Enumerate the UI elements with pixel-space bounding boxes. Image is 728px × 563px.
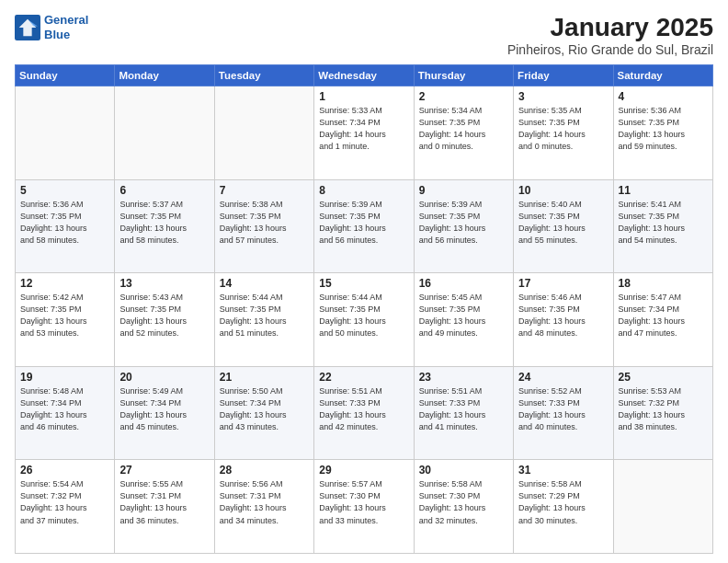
subtitle: Pinheiros, Rio Grande do Sul, Brazil: [507, 42, 713, 57]
calendar-cell: 5Sunrise: 5:36 AMSunset: 7:35 PMDaylight…: [16, 179, 115, 273]
calendar-cell: 17Sunrise: 5:46 AMSunset: 7:35 PMDayligh…: [514, 273, 613, 367]
calendar-cell: 10Sunrise: 5:40 AMSunset: 7:35 PMDayligh…: [514, 179, 613, 273]
cell-day-number: 17: [518, 277, 608, 290]
calendar-cell: 20Sunrise: 5:49 AMSunset: 7:34 PMDayligh…: [115, 366, 214, 460]
calendar-header-row: SundayMondayTuesdayWednesdayThursdayFrid…: [16, 65, 713, 86]
cell-info: Sunrise: 5:44 AMSunset: 7:35 PMDaylight:…: [319, 292, 408, 339]
cell-info: Sunrise: 5:39 AMSunset: 7:35 PMDaylight:…: [319, 199, 408, 247]
cell-info: Sunrise: 5:41 AMSunset: 7:35 PMDaylight:…: [619, 199, 708, 247]
cell-info: Sunrise: 5:38 AMSunset: 7:35 PMDaylight:…: [220, 199, 309, 247]
calendar-cell: [613, 460, 712, 554]
cell-info: Sunrise: 5:58 AMSunset: 7:30 PMDaylight:…: [419, 478, 508, 526]
title-block: January 2025 Pinheiros, Rio Grande do Su…: [507, 13, 713, 57]
cell-info: Sunrise: 5:52 AMSunset: 7:33 PMDaylight:…: [518, 385, 608, 433]
cell-info: Sunrise: 5:50 AMSunset: 7:34 PMDaylight:…: [220, 385, 309, 433]
cell-info: Sunrise: 5:56 AMSunset: 7:31 PMDaylight:…: [220, 478, 309, 526]
calendar-cell: 11Sunrise: 5:41 AMSunset: 7:35 PMDayligh…: [613, 179, 712, 273]
calendar-cell: 2Sunrise: 5:34 AMSunset: 7:35 PMDaylight…: [414, 86, 513, 180]
calendar-cell: 18Sunrise: 5:47 AMSunset: 7:34 PMDayligh…: [613, 273, 712, 367]
calendar-week-3: 19Sunrise: 5:48 AMSunset: 7:34 PMDayligh…: [16, 366, 713, 460]
calendar-week-4: 26Sunrise: 5:54 AMSunset: 7:32 PMDayligh…: [16, 460, 713, 554]
cell-info: Sunrise: 5:55 AMSunset: 7:31 PMDaylight:…: [119, 478, 209, 526]
cell-day-number: 31: [518, 464, 608, 477]
calendar-cell: 29Sunrise: 5:57 AMSunset: 7:30 PMDayligh…: [314, 460, 414, 554]
calendar-cell: 30Sunrise: 5:58 AMSunset: 7:30 PMDayligh…: [414, 460, 513, 554]
cell-day-number: 6: [119, 184, 209, 197]
header: General Blue January 2025 Pinheiros, Rio…: [15, 13, 713, 57]
cell-info: Sunrise: 5:44 AMSunset: 7:35 PMDaylight:…: [220, 292, 309, 339]
cell-day-number: 22: [319, 371, 408, 384]
calendar-week-1: 5Sunrise: 5:36 AMSunset: 7:35 PMDaylight…: [16, 179, 713, 273]
cell-day-number: 12: [20, 277, 109, 290]
calendar-cell: [16, 86, 115, 180]
cell-info: Sunrise: 5:51 AMSunset: 7:33 PMDaylight:…: [419, 385, 508, 433]
calendar-header-saturday: Saturday: [613, 65, 712, 86]
calendar-header-monday: Monday: [115, 65, 214, 86]
logo: General Blue: [15, 13, 88, 41]
calendar-header-thursday: Thursday: [414, 65, 513, 86]
cell-day-number: 19: [20, 371, 109, 384]
cell-day-number: 25: [619, 371, 708, 384]
cell-day-number: 28: [220, 464, 309, 477]
cell-info: Sunrise: 5:40 AMSunset: 7:35 PMDaylight:…: [518, 199, 608, 247]
cell-day-number: 4: [619, 90, 708, 103]
calendar-cell: 28Sunrise: 5:56 AMSunset: 7:31 PMDayligh…: [214, 460, 313, 554]
cell-info: Sunrise: 5:45 AMSunset: 7:35 PMDaylight:…: [419, 292, 508, 339]
cell-day-number: 24: [518, 371, 608, 384]
cell-day-number: 27: [119, 464, 209, 477]
calendar-cell: 4Sunrise: 5:36 AMSunset: 7:35 PMDaylight…: [613, 86, 712, 180]
calendar-header-tuesday: Tuesday: [214, 65, 313, 86]
cell-info: Sunrise: 5:48 AMSunset: 7:34 PMDaylight:…: [20, 385, 109, 433]
cell-info: Sunrise: 5:49 AMSunset: 7:34 PMDaylight:…: [119, 385, 209, 433]
logo-icon: [15, 15, 40, 40]
cell-day-number: 13: [119, 277, 209, 290]
calendar-cell: 1Sunrise: 5:33 AMSunset: 7:34 PMDaylight…: [314, 86, 414, 180]
cell-info: Sunrise: 5:37 AMSunset: 7:35 PMDaylight:…: [119, 199, 209, 247]
cell-day-number: 5: [20, 184, 109, 197]
cell-day-number: 2: [419, 90, 508, 103]
cell-day-number: 11: [619, 184, 708, 197]
cell-info: Sunrise: 5:54 AMSunset: 7:32 PMDaylight:…: [20, 478, 109, 526]
calendar-cell: 14Sunrise: 5:44 AMSunset: 7:35 PMDayligh…: [214, 273, 313, 367]
cell-info: Sunrise: 5:58 AMSunset: 7:29 PMDaylight:…: [518, 478, 608, 526]
cell-day-number: 21: [220, 371, 309, 384]
calendar-header-wednesday: Wednesday: [314, 65, 414, 86]
calendar-week-2: 12Sunrise: 5:42 AMSunset: 7:35 PMDayligh…: [16, 273, 713, 367]
calendar-cell: 13Sunrise: 5:43 AMSunset: 7:35 PMDayligh…: [115, 273, 214, 367]
calendar-cell: 22Sunrise: 5:51 AMSunset: 7:33 PMDayligh…: [314, 366, 414, 460]
cell-day-number: 26: [20, 464, 109, 477]
cell-day-number: 10: [518, 184, 608, 197]
cell-day-number: 15: [319, 277, 408, 290]
cell-day-number: 20: [119, 371, 209, 384]
logo-line1: General: [44, 13, 88, 27]
cell-info: Sunrise: 5:47 AMSunset: 7:34 PMDaylight:…: [619, 292, 708, 339]
cell-info: Sunrise: 5:42 AMSunset: 7:35 PMDaylight:…: [20, 292, 109, 339]
calendar-cell: 21Sunrise: 5:50 AMSunset: 7:34 PMDayligh…: [214, 366, 313, 460]
calendar-header-friday: Friday: [514, 65, 613, 86]
calendar-cell: 16Sunrise: 5:45 AMSunset: 7:35 PMDayligh…: [414, 273, 513, 367]
calendar-cell: [115, 86, 214, 180]
cell-info: Sunrise: 5:53 AMSunset: 7:32 PMDaylight:…: [619, 385, 708, 433]
main-title: January 2025: [507, 13, 713, 42]
cell-info: Sunrise: 5:36 AMSunset: 7:35 PMDaylight:…: [20, 199, 109, 247]
page: General Blue January 2025 Pinheiros, Rio…: [0, 0, 728, 563]
cell-info: Sunrise: 5:35 AMSunset: 7:35 PMDaylight:…: [518, 105, 608, 153]
cell-day-number: 30: [419, 464, 508, 477]
cell-day-number: 23: [419, 371, 508, 384]
cell-day-number: 29: [319, 464, 408, 477]
calendar-cell: 26Sunrise: 5:54 AMSunset: 7:32 PMDayligh…: [16, 460, 115, 554]
calendar-cell: [214, 86, 313, 180]
calendar-cell: 15Sunrise: 5:44 AMSunset: 7:35 PMDayligh…: [314, 273, 414, 367]
calendar-cell: 3Sunrise: 5:35 AMSunset: 7:35 PMDaylight…: [514, 86, 613, 180]
calendar-cell: 6Sunrise: 5:37 AMSunset: 7:35 PMDaylight…: [115, 179, 214, 273]
cell-info: Sunrise: 5:34 AMSunset: 7:35 PMDaylight:…: [419, 105, 508, 153]
cell-day-number: 3: [518, 90, 608, 103]
cell-day-number: 1: [319, 90, 408, 103]
cell-day-number: 16: [419, 277, 508, 290]
calendar-cell: 23Sunrise: 5:51 AMSunset: 7:33 PMDayligh…: [414, 366, 513, 460]
calendar-cell: 9Sunrise: 5:39 AMSunset: 7:35 PMDaylight…: [414, 179, 513, 273]
calendar-week-0: 1Sunrise: 5:33 AMSunset: 7:34 PMDaylight…: [16, 86, 713, 180]
cell-day-number: 18: [619, 277, 708, 290]
calendar-cell: 31Sunrise: 5:58 AMSunset: 7:29 PMDayligh…: [514, 460, 613, 554]
calendar-cell: 12Sunrise: 5:42 AMSunset: 7:35 PMDayligh…: [16, 273, 115, 367]
